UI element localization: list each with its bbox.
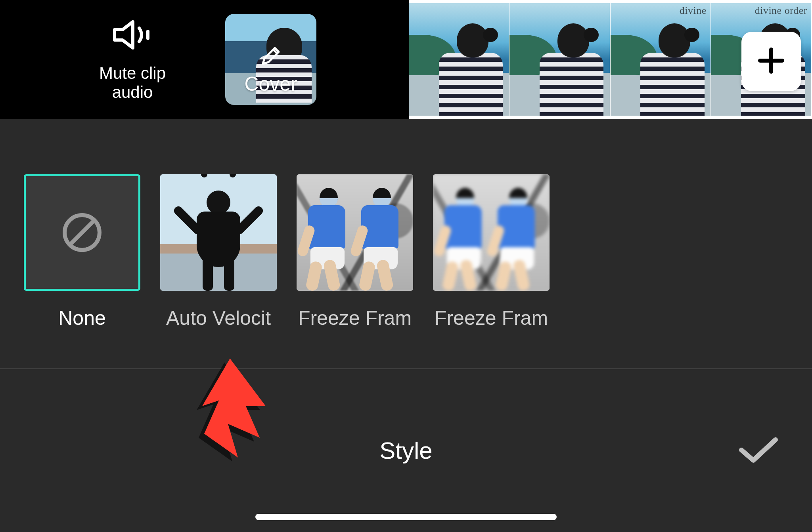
effect-option-auto-velocity[interactable]: Auto Velocit (160, 174, 277, 330)
home-indicator (255, 514, 557, 520)
mute-clip-audio-button[interactable]: Mute clip audio (99, 17, 166, 102)
annotation-arrow-icon (190, 355, 285, 483)
effect-thumb-freeze-frame (433, 174, 550, 291)
effect-thumb-auto-velocity (160, 174, 277, 291)
effects-list: None Auto Velocit Freeze Fram (0, 119, 812, 330)
timeline-overlay-text: divine order (755, 5, 807, 17)
cover-button[interactable]: Cover (225, 14, 316, 105)
svg-line-5 (71, 221, 94, 244)
effect-label: Freeze Fram (298, 307, 412, 330)
effect-option-none[interactable]: None (24, 174, 140, 330)
effect-label: None (58, 307, 106, 330)
timeline-frame[interactable]: divine (611, 3, 711, 116)
plus-icon (755, 45, 787, 78)
timeline-frame[interactable] (509, 3, 610, 116)
effect-label: Freeze Fram (435, 307, 548, 330)
mute-clip-audio-label: Mute clip audio (99, 64, 166, 102)
confirm-button[interactable] (737, 434, 780, 467)
effect-option-freeze-frame-1[interactable]: Freeze Fram (297, 174, 413, 330)
speaker-icon (111, 17, 154, 54)
style-bar: Style (0, 368, 812, 532)
timeline-strip[interactable]: divine divine order (409, 0, 812, 119)
cover-label: Cover (244, 72, 297, 95)
effect-thumb-freeze-frame (297, 174, 413, 291)
effect-option-freeze-frame-2[interactable]: Freeze Fram (433, 174, 550, 330)
panel-title: Style (379, 437, 432, 464)
effect-label: Auto Velocit (166, 307, 271, 330)
timeline-frame[interactable] (409, 3, 509, 116)
effects-panel: None Auto Velocit Freeze Fram (0, 119, 812, 532)
add-clip-button[interactable] (741, 32, 801, 91)
edit-icon (259, 44, 283, 69)
none-icon (60, 211, 104, 254)
timeline-overlay-text: divine (680, 5, 707, 17)
check-icon (737, 460, 780, 467)
effect-thumb-none (24, 174, 140, 291)
top-toolbar: Mute clip audio Cover divine divi (0, 0, 812, 119)
